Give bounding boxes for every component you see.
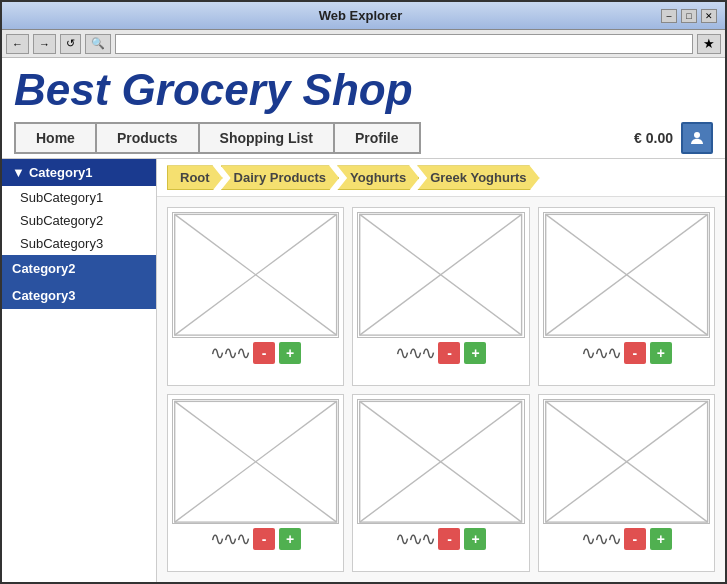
close-button[interactable]: ✕ [701, 9, 717, 23]
breadcrumb-yoghurts[interactable]: Yoghurts [337, 165, 419, 190]
site-title: Best Grocery Shop [14, 66, 713, 114]
breadcrumb-root[interactable]: Root [167, 165, 223, 190]
sidebar-item-category1[interactable]: ▼ Category1 [2, 159, 156, 186]
product-image [543, 212, 710, 337]
product-card: ∿∿∿ - + [538, 207, 715, 385]
product-image [357, 212, 524, 337]
maximize-button[interactable]: □ [681, 9, 697, 23]
breadcrumb-greek[interactable]: Greek Yoghurts [417, 165, 539, 190]
search-icon: 🔍 [85, 34, 111, 54]
site-header: Best Grocery Shop [2, 58, 725, 118]
bookmark-button[interactable]: ★ [697, 34, 721, 54]
minus-button[interactable]: - [624, 342, 646, 364]
sidebar-item-category3[interactable]: Category3 [2, 282, 156, 309]
product-image [172, 399, 339, 524]
nav-products[interactable]: Products [97, 122, 200, 154]
user-button[interactable] [681, 122, 713, 154]
sidebar-item-subcategory1[interactable]: SubCategory1 [2, 186, 156, 209]
window-controls: – □ ✕ [661, 9, 717, 23]
sidebar-item-subcategory2[interactable]: SubCategory2 [2, 209, 156, 232]
nav-bar: Home Products Shopping List Profile € 0.… [2, 118, 725, 159]
sidebar-item-category2[interactable]: Category2 [2, 255, 156, 282]
sidebar: ▼ Category1 SubCategory1 SubCategory2 Su… [2, 159, 157, 582]
sidebar-item-subcategory3[interactable]: SubCategory3 [2, 232, 156, 255]
plus-button[interactable]: + [279, 528, 301, 550]
product-squiggle: ∿∿∿ [395, 528, 434, 550]
product-controls: ∿∿∿ - + [543, 524, 710, 552]
category1-arrow: ▼ [12, 165, 25, 180]
back-button[interactable]: ← [6, 34, 29, 54]
cart-price: € 0.00 [634, 130, 681, 146]
minimize-button[interactable]: – [661, 9, 677, 23]
browser-toolbar: ← → ↺ 🔍 ★ [2, 30, 725, 58]
svg-point-0 [694, 132, 700, 138]
nav-profile[interactable]: Profile [335, 122, 421, 154]
product-squiggle: ∿∿∿ [210, 528, 249, 550]
minus-button[interactable]: - [438, 528, 460, 550]
product-squiggle: ∿∿∿ [581, 342, 620, 364]
refresh-button[interactable]: ↺ [60, 34, 81, 54]
main-area: ▼ Category1 SubCategory1 SubCategory2 Su… [2, 159, 725, 582]
product-squiggle: ∿∿∿ [210, 342, 249, 364]
browser-window: Web Explorer – □ ✕ ← → ↺ 🔍 ★ Best Grocer… [0, 0, 727, 584]
user-icon [688, 129, 706, 147]
minus-button[interactable]: - [253, 528, 275, 550]
minus-button[interactable]: - [624, 528, 646, 550]
product-card: ∿∿∿ - + [352, 394, 529, 572]
plus-button[interactable]: + [464, 528, 486, 550]
product-card: ∿∿∿ - + [167, 207, 344, 385]
product-image [172, 212, 339, 337]
product-controls: ∿∿∿ - + [543, 338, 710, 366]
minus-button[interactable]: - [438, 342, 460, 364]
product-controls: ∿∿∿ - + [172, 524, 339, 552]
product-controls: ∿∿∿ - + [357, 338, 524, 366]
product-image [357, 399, 524, 524]
plus-button[interactable]: + [650, 342, 672, 364]
plus-button[interactable]: + [650, 528, 672, 550]
breadcrumb-dairy[interactable]: Dairy Products [221, 165, 339, 190]
product-card: ∿∿∿ - + [167, 394, 344, 572]
product-controls: ∿∿∿ - + [357, 524, 524, 552]
plus-button[interactable]: + [464, 342, 486, 364]
nav-home[interactable]: Home [14, 122, 97, 154]
content-area: Root Dairy Products Yoghurts Greek Yoghu… [157, 159, 725, 582]
product-controls: ∿∿∿ - + [172, 338, 339, 366]
address-bar[interactable] [115, 34, 693, 54]
title-bar: Web Explorer – □ ✕ [2, 2, 725, 30]
products-grid: ∿∿∿ - + [157, 197, 725, 582]
product-card: ∿∿∿ - + [538, 394, 715, 572]
forward-button[interactable]: → [33, 34, 56, 54]
category1-label: Category1 [29, 165, 93, 180]
plus-button[interactable]: + [279, 342, 301, 364]
nav-shopping-list[interactable]: Shopping List [200, 122, 335, 154]
product-card: ∿∿∿ - + [352, 207, 529, 385]
product-image [543, 399, 710, 524]
minus-button[interactable]: - [253, 342, 275, 364]
product-squiggle: ∿∿∿ [581, 528, 620, 550]
breadcrumb: Root Dairy Products Yoghurts Greek Yoghu… [157, 159, 725, 197]
browser-content: Best Grocery Shop Home Products Shopping… [2, 58, 725, 582]
product-squiggle: ∿∿∿ [395, 342, 434, 364]
window-title: Web Explorer [60, 8, 661, 23]
